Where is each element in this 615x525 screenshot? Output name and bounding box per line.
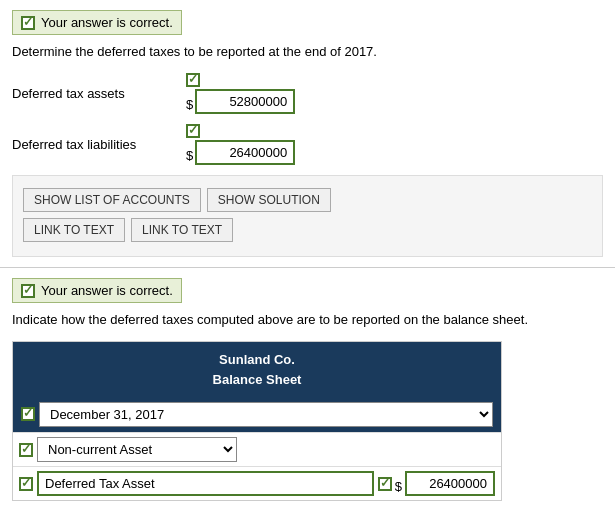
amount-dollar: $	[395, 479, 402, 496]
buttons-row-1: SHOW LIST OF ACCOUNTS SHOW SOLUTION	[23, 188, 592, 212]
link-to-text-button-2[interactable]: LINK TO TEXT	[131, 218, 233, 242]
liabilities-input-group: $	[186, 140, 295, 165]
item-amount-group: $	[378, 471, 495, 496]
balance-sheet-table: Sunland Co. Balance Sheet December 31, 2…	[12, 341, 502, 501]
section1-buttons-container: SHOW LIST OF ACCOUNTS SHOW SOLUTION LINK…	[12, 175, 603, 257]
section-deferred-tax: Your answer is correct. Determine the de…	[0, 0, 615, 268]
correct-text-2: Your answer is correct.	[41, 283, 173, 298]
deferred-assets-input[interactable]	[195, 89, 295, 114]
amount-check-icon	[378, 477, 392, 491]
date-select[interactable]: December 31, 2017	[39, 402, 493, 427]
link-to-text-button-1[interactable]: LINK TO TEXT	[23, 218, 125, 242]
category-check-icon	[19, 443, 33, 457]
section-balance-sheet: Your answer is correct. Indicate how the…	[0, 268, 615, 511]
liabilities-dollar: $	[186, 148, 193, 165]
item-amount-input[interactable]	[405, 471, 495, 496]
show-list-button[interactable]: SHOW LIST OF ACCOUNTS	[23, 188, 201, 212]
item-name-input[interactable]	[37, 471, 374, 496]
bs-item-row: $	[13, 466, 501, 500]
date-check-icon	[21, 407, 35, 421]
bs-title: Balance Sheet	[23, 370, 491, 390]
assets-input-group: $	[186, 89, 295, 114]
bs-date-row: December 31, 2017	[13, 397, 501, 432]
assets-dollar: $	[186, 97, 193, 114]
liabilities-check-icon	[186, 124, 200, 138]
deferred-assets-row: Deferred tax assets $	[12, 73, 603, 114]
question-text-1: Determine the deferred taxes to be repor…	[12, 43, 603, 61]
bs-category-row: Non-current Asset Current Asset Non-curr…	[13, 432, 501, 466]
bs-header: Sunland Co. Balance Sheet	[13, 342, 501, 397]
check-icon-1	[21, 16, 35, 30]
correct-banner-2: Your answer is correct.	[12, 278, 182, 303]
check-icon-2	[21, 284, 35, 298]
assets-check-group: $	[186, 73, 295, 114]
correct-banner-1: Your answer is correct.	[12, 10, 182, 35]
item-check-icon	[19, 477, 33, 491]
category-select[interactable]: Non-current Asset Current Asset Non-curr…	[37, 437, 237, 462]
question-text-2: Indicate how the deferred taxes computed…	[12, 311, 603, 329]
correct-text-1: Your answer is correct.	[41, 15, 173, 30]
show-solution-button[interactable]: SHOW SOLUTION	[207, 188, 331, 212]
deferred-liabilities-row: Deferred tax liabilities $	[12, 124, 603, 165]
deferred-liabilities-input[interactable]	[195, 140, 295, 165]
assets-check-icon	[186, 73, 200, 87]
deferred-assets-label: Deferred tax assets	[12, 86, 182, 101]
company-name: Sunland Co.	[23, 350, 491, 370]
buttons-row-2: LINK TO TEXT LINK TO TEXT	[23, 218, 592, 242]
deferred-liabilities-label: Deferred tax liabilities	[12, 137, 182, 152]
liabilities-check-group: $	[186, 124, 295, 165]
